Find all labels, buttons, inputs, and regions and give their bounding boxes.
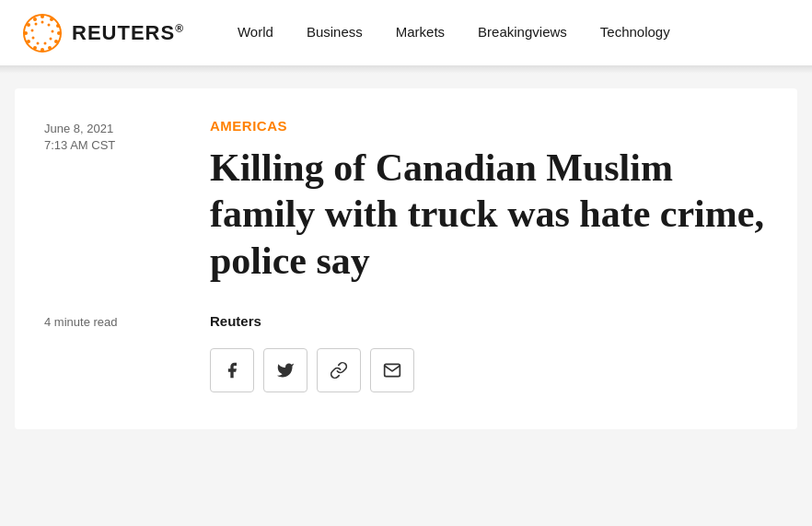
svg-point-1 (41, 15, 44, 18)
svg-point-17 (44, 41, 47, 44)
svg-point-19 (32, 36, 35, 39)
article-body: Americas Killing of Canadian Muslim fami… (210, 118, 768, 313)
svg-point-12 (33, 18, 37, 21)
twitter-share-button[interactable] (263, 348, 307, 392)
link-icon (330, 361, 348, 380)
email-icon (383, 361, 401, 380)
svg-point-5 (54, 40, 58, 43)
social-buttons (210, 348, 414, 392)
twitter-icon (276, 361, 295, 380)
article-time: 7:13 AM CST (44, 138, 210, 152)
logo-text: REUTERS® (72, 21, 184, 45)
article-layout: June 8, 2021 7:13 AM CST Americas Killin… (15, 118, 797, 313)
main-nav: World Business Markets Breakingviews Tec… (221, 0, 687, 65)
social-share-row (15, 348, 797, 392)
byline: Reuters (210, 313, 261, 329)
site-header: REUTERS® World Business Markets Breaking… (0, 0, 812, 66)
svg-point-8 (33, 46, 37, 50)
reuters-logo-icon (22, 13, 63, 53)
header-shadow (0, 66, 812, 74)
article-category[interactable]: Americas (210, 118, 768, 134)
svg-point-16 (50, 37, 52, 40)
svg-point-21 (35, 22, 38, 25)
svg-point-3 (56, 24, 60, 28)
article-meta: June 8, 2021 7:13 AM CST (44, 118, 210, 313)
email-share-button[interactable] (370, 348, 414, 392)
nav-item-business[interactable]: Business (290, 0, 379, 65)
nav-item-markets[interactable]: Markets (379, 0, 461, 65)
nav-item-breakingviews[interactable]: Breakingviews (461, 0, 584, 65)
byline-area: Reuters (210, 313, 768, 330)
copy-link-button[interactable] (317, 348, 361, 392)
article-headline: Killing of Canadian Muslim family with t… (210, 145, 768, 284)
svg-point-6 (48, 46, 52, 50)
svg-point-0 (24, 15, 61, 52)
svg-point-11 (27, 23, 30, 27)
svg-point-14 (48, 23, 51, 26)
svg-point-10 (24, 31, 28, 35)
svg-point-13 (41, 20, 44, 23)
read-time-area: 4 minute read (44, 313, 210, 330)
facebook-icon (223, 361, 241, 380)
svg-point-15 (52, 29, 54, 32)
svg-point-9 (27, 40, 30, 43)
nav-item-technology[interactable]: Technology (584, 0, 687, 65)
svg-point-18 (37, 41, 40, 44)
article-info-row: 4 minute read Reuters (15, 313, 797, 330)
svg-point-7 (41, 48, 44, 52)
svg-point-20 (31, 29, 34, 31)
facebook-share-button[interactable] (210, 348, 254, 392)
article-date: June 8, 2021 (44, 120, 210, 138)
svg-point-4 (57, 31, 61, 35)
read-time: 4 minute read (44, 315, 118, 329)
svg-point-2 (50, 18, 53, 21)
article-container: June 8, 2021 7:13 AM CST Americas Killin… (15, 88, 797, 429)
logo-area[interactable]: REUTERS® (22, 13, 184, 53)
nav-item-world[interactable]: World (221, 0, 290, 65)
